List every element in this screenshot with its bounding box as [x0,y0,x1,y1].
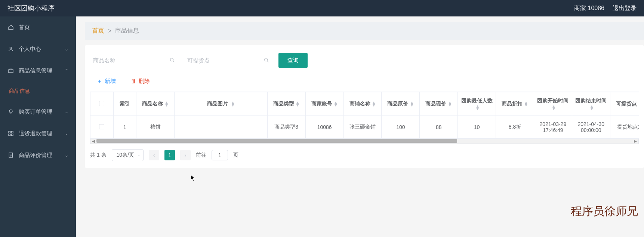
logout-link[interactable]: 退出登录 [613,4,637,12]
add-button[interactable]: ＋新增 [97,78,116,85]
sort-icon: ▲▼ [638,101,639,107]
sort-icon: ▲▼ [475,105,480,110]
svg-point-8 [170,58,173,61]
horizontal-scrollbar[interactable]: ◀ ▶ [90,139,639,144]
delete-label: 删除 [139,78,150,84]
cell-discount: 8.8折 [496,116,534,139]
sidebar-subitem-label: 商品信息 [9,88,30,95]
cell-min-people: 10 [458,116,496,139]
delete-button[interactable]: 🗑删除 [131,78,150,85]
add-label: 新增 [105,78,116,84]
sidebar-subitem-product-info[interactable]: 商品信息 [0,81,76,101]
svg-point-0 [10,47,12,49]
page-1-button[interactable]: 1 [164,150,175,160]
col-type[interactable]: 商品类型▲▼ [267,92,305,116]
sort-icon: ▲▼ [410,101,414,107]
table-row[interactable]: 1 柿饼 商品类型3 10086 张三砸金铺 100 88 10 8.8折 20… [90,116,639,139]
trash-icon: 🗑 [131,78,136,84]
merchant-label[interactable]: 商家 10086 [574,4,604,12]
chevron-down-icon: ⌄ [65,46,68,52]
search-pickup-wrap [184,55,271,66]
col-pickup[interactable]: 可提货点▲▼ [610,92,639,116]
row-checkbox[interactable] [99,124,104,129]
pagination: 共 1 条 10条/页 ⌄ ‹ 1 › 前往 页 [90,149,639,161]
prev-page-button[interactable]: ‹ [149,150,159,160]
sidebar-item-label: 退货退款管理 [19,130,65,137]
col-checkbox[interactable] [90,92,114,116]
col-start-time[interactable]: 团购开始时间 ▲▼ [534,92,572,116]
scrollbar-thumb[interactable] [96,139,457,143]
search-name-input[interactable] [93,57,167,64]
scroll-left-icon[interactable]: ◀ [91,139,96,144]
svg-rect-5 [9,134,10,136]
col-shop-name[interactable]: 商铺名称▲▼ [343,92,382,116]
app-title: 社区团购小程序 [7,4,55,13]
grid-icon [7,130,14,137]
scroll-right-icon[interactable]: ▶ [633,139,638,144]
page-size-select[interactable]: 10条/页 ⌄ [112,149,144,161]
plus-icon: ＋ [97,78,102,84]
sort-icon: ▲▼ [552,105,556,110]
sidebar-item-home[interactable]: 首页 [0,16,76,38]
cell-merchant-acc: 10086 [305,116,343,139]
sidebar: 首页 个人中心 ⌄ 商品信息管理 ⌃ 商品信息 购买订单管理 ⌄ 退货退款管理 … [0,16,76,237]
col-name[interactable]: 商品名称▲▼ [136,92,175,116]
sidebar-item-refund-mgmt[interactable]: 退货退款管理 ⌄ [0,123,76,144]
action-row: ＋新增 🗑删除 [97,78,639,85]
search-name-wrap [90,55,177,66]
sidebar-item-profile[interactable]: 个人中心 ⌄ [0,38,76,60]
sort-icon: ▲▼ [334,101,338,107]
watermark: 程序员徐师兄 [571,204,638,219]
col-cur-price[interactable]: 商品现价▲▼ [420,92,458,116]
cell-checkbox[interactable] [90,116,114,139]
breadcrumb-sep: > [108,28,111,34]
sidebar-item-order-mgmt[interactable]: 购买订单管理 ⌄ [0,101,76,123]
col-end-time[interactable]: 团购结束时间 ▲▼ [572,92,610,116]
sidebar-item-label: 首页 [19,24,68,31]
cell-pickup: 提货地点2 [610,116,639,139]
total-text: 共 1 条 [90,152,107,158]
cell-start-time: 2021-03-29 17:46:49 [534,116,572,139]
svg-point-9 [265,58,268,61]
cell-shop-name: 张三砸金铺 [343,116,382,139]
sort-icon: ▲▼ [231,101,235,107]
col-index[interactable]: 索引 [113,92,136,116]
content-card: 查询 ＋新增 🗑删除 索引 [85,45,644,168]
topbar-right: 商家 10086 退出登录 [574,4,637,12]
svg-rect-1 [9,70,13,73]
col-min-people[interactable]: 团购最低人数 ▲▼ [458,92,496,116]
search-icon [169,57,175,63]
cell-index: 1 [113,116,136,139]
col-discount[interactable]: 商品折扣▲▼ [496,92,534,116]
col-image[interactable]: 商品图片 ▲▼ [175,92,268,116]
cell-name: 柿饼 [136,116,175,139]
col-orig-price[interactable]: 商品原价▲▼ [382,92,420,116]
cell-orig-price: 100 [382,116,420,139]
search-pickup-input[interactable] [187,57,261,64]
document-icon [7,152,14,158]
topbar: 社区团购小程序 商家 10086 退出登录 [0,0,644,16]
search-button[interactable]: 查询 [278,53,308,68]
page-size-label: 10条/页 [117,152,134,158]
chevron-down-icon: ⌄ [65,153,68,158]
sidebar-item-review-mgmt[interactable]: 商品评价管理 ⌄ [0,144,76,166]
next-page-button[interactable]: › [180,150,191,160]
breadcrumb-home[interactable]: 首页 [92,27,104,35]
sidebar-item-product-mgmt[interactable]: 商品信息管理 ⌃ [0,60,76,81]
svg-point-2 [9,110,12,113]
cell-type: 商品类型3 [267,116,305,139]
goto-page-input[interactable] [212,150,228,160]
table-header-row: 索引 商品名称▲▼ 商品图片 ▲▼ 商品类型▲▼ 商家账号▲▼ 商铺名称▲▼ 商… [90,92,639,116]
product-table: 索引 商品名称▲▼ 商品图片 ▲▼ 商品类型▲▼ 商家账号▲▼ 商铺名称▲▼ 商… [90,92,639,139]
col-merchant-acc[interactable]: 商家账号▲▼ [305,92,343,116]
chevron-down-icon: ⌄ [65,131,68,136]
bulb-icon [7,108,14,115]
table-wrap: 索引 商品名称▲▼ 商品图片 ▲▼ 商品类型▲▼ 商家账号▲▼ 商铺名称▲▼ 商… [90,92,639,144]
goto-prefix: 前往 [196,152,206,158]
sidebar-item-label: 商品信息管理 [19,67,65,74]
main-content: 首页 > 商品信息 查询 ＋新增 🗑删除 [76,16,644,237]
cell-cur-price: 88 [420,116,458,139]
sort-icon: ▲▼ [164,101,169,107]
search-row: 查询 [90,53,639,68]
checkbox-all[interactable] [99,101,104,106]
